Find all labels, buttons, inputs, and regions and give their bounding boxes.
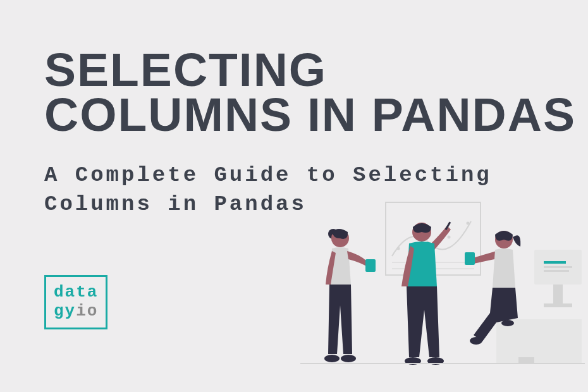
logo-text-data: data (54, 283, 98, 302)
sticky-note-icon (365, 259, 376, 272)
svg-point-12 (324, 355, 340, 362)
svg-point-0 (397, 247, 400, 250)
svg-rect-8 (544, 270, 569, 272)
monitor-stand (553, 285, 563, 303)
person-center (401, 221, 451, 365)
monitor-base (544, 303, 572, 307)
svg-point-2 (448, 236, 451, 239)
svg-rect-6 (544, 261, 566, 264)
logo-text-gy: gy (54, 302, 76, 321)
logo-datagy: data gyio (44, 275, 107, 329)
sticky-note-icon (465, 252, 475, 265)
svg-point-13 (341, 355, 356, 362)
svg-rect-7 (544, 266, 572, 268)
svg-point-19 (470, 337, 482, 345)
svg-point-3 (467, 222, 470, 225)
people-illustration (300, 199, 585, 383)
svg-rect-9 (518, 357, 534, 364)
svg-point-20 (501, 320, 514, 326)
logo-text-io: io (76, 302, 98, 321)
page-title: SELECTING COLUMNS IN PANDAS (44, 47, 588, 138)
person-left (324, 229, 376, 362)
